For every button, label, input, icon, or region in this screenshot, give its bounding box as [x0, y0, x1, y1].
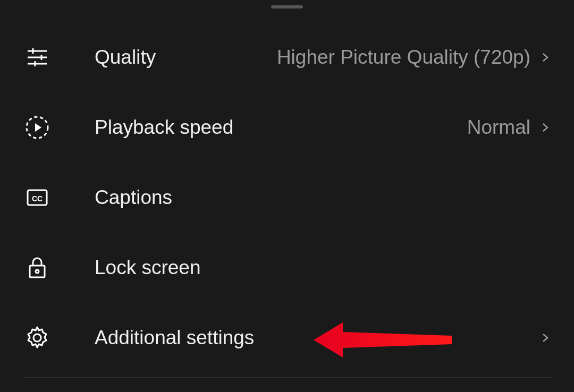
menu-item-value: Higher Picture Quality (720p) [277, 46, 530, 69]
svg-point-11 [36, 270, 39, 273]
menu-item-playback-speed[interactable]: Playback speed Normal [0, 92, 574, 163]
menu-item-label: Quality [95, 46, 277, 69]
divider [23, 377, 551, 378]
menu-item-label: Additional settings [95, 327, 540, 349]
drag-handle[interactable] [271, 5, 303, 8]
menu-item-label: Captions [95, 186, 551, 209]
captions-icon: CC [23, 184, 51, 211]
svg-point-12 [33, 334, 41, 342]
menu-item-additional-settings[interactable]: Additional settings [0, 303, 574, 373]
sliders-icon [23, 44, 51, 71]
chevron-right-icon [540, 122, 551, 133]
menu-item-label: Lock screen [95, 257, 551, 279]
lock-icon [23, 254, 51, 282]
menu-item-captions[interactable]: CC Captions [0, 163, 574, 233]
svg-marker-7 [35, 123, 41, 132]
menu-item-lock-screen[interactable]: Lock screen [0, 233, 574, 303]
settings-menu: Quality Higher Picture Quality (720p) Pl… [0, 0, 574, 378]
svg-rect-10 [30, 266, 45, 277]
svg-text:CC: CC [32, 194, 43, 203]
playback-speed-icon [23, 114, 51, 141]
gear-icon [23, 324, 51, 352]
bottom-sheet: Quality Higher Picture Quality (720p) Pl… [0, 0, 574, 392]
menu-item-quality[interactable]: Quality Higher Picture Quality (720p) [0, 22, 574, 92]
chevron-right-icon [540, 333, 551, 343]
menu-item-value: Normal [467, 116, 530, 139]
menu-item-label: Playback speed [95, 116, 467, 139]
chevron-right-icon [540, 52, 551, 63]
